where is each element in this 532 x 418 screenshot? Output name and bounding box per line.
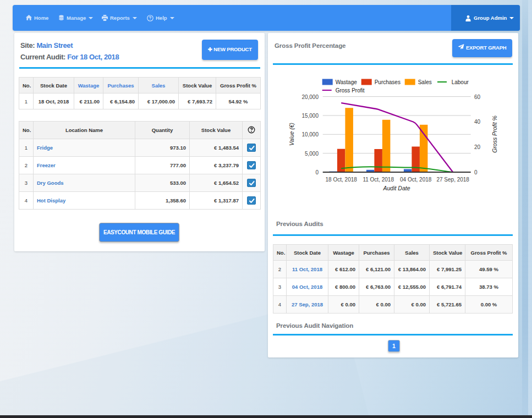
svg-text:10,000: 10,000 <box>301 131 319 138</box>
svg-text:Audit Date: Audit Date <box>382 185 410 191</box>
svg-text:15,000: 15,000 <box>301 113 319 119</box>
svg-text:Labour: Labour <box>452 79 469 85</box>
svg-text:40: 40 <box>474 119 481 125</box>
svg-text:11 Oct, 2018: 11 Oct, 2018 <box>363 177 394 183</box>
svg-text:18 Oct, 2018: 18 Oct, 2018 <box>326 177 358 183</box>
svg-text:0: 0 <box>315 169 319 175</box>
svg-text:Value (€): Value (€) <box>288 123 295 146</box>
svg-text:04 Oct, 2018: 04 Oct, 2018 <box>400 177 432 183</box>
svg-text:5,000: 5,000 <box>305 151 319 157</box>
svg-text:0: 0 <box>474 169 478 175</box>
svg-text:Gross Profit: Gross Profit <box>336 87 365 94</box>
svg-text:20,000: 20,000 <box>301 94 319 100</box>
svg-text:27 Sep, 2018: 27 Sep, 2018 <box>436 177 469 183</box>
svg-text:60: 60 <box>474 94 481 100</box>
svg-text:Purchases: Purchases <box>375 79 401 85</box>
svg-text:Sales: Sales <box>418 79 432 85</box>
svg-text:Wastage: Wastage <box>336 79 358 85</box>
svg-text:20: 20 <box>474 144 481 150</box>
svg-text:Gross Profit %: Gross Profit % <box>491 116 498 153</box>
